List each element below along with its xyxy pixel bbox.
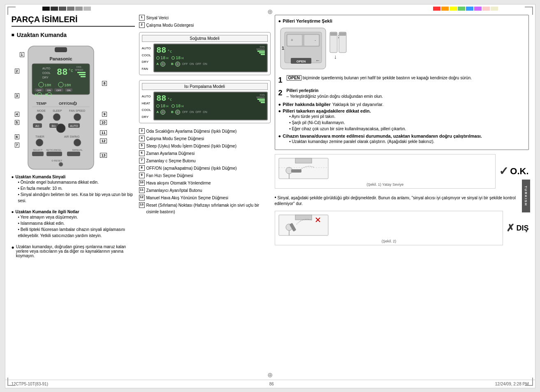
cooling-timer-2: 18 H bbox=[172, 56, 183, 60]
svg-text:FAN: FAN bbox=[76, 66, 81, 68]
auto-label: AUTO bbox=[142, 46, 151, 50]
swatch bbox=[83, 7, 91, 11]
fan-label: FAN bbox=[142, 67, 151, 71]
fig2-label: (Şekil. 2) bbox=[277, 239, 501, 243]
fan-bar-2 bbox=[259, 52, 265, 53]
cool-label-2: COOL bbox=[142, 108, 151, 112]
battery-diagram-container: + - OPEN ← 1 2 bbox=[278, 26, 525, 71]
heat-pump-mode-labels: AUTO HEAT COOL DRY bbox=[142, 92, 151, 120]
svg-text:Panasonic: Panasonic bbox=[49, 56, 72, 61]
battery-b3-title: Cihazın tavana/duvara monte edilmesi dur… bbox=[283, 134, 482, 138]
battery-bullet-1: Piller hakkında bilgiler Yaklaşık bir yı… bbox=[278, 102, 525, 107]
timer-circle-1 bbox=[156, 56, 160, 60]
cooling-timer-row: 18 H 18 H bbox=[156, 56, 264, 60]
part-item-7: 7 Zamanlay c Seçme Butonu bbox=[139, 158, 271, 164]
corner-mark-br bbox=[525, 378, 533, 386]
left-column: PARÇA İSİMLERİ Uzaktan Kumanda 1 2 3 4 5… bbox=[12, 15, 135, 374]
svg-rect-13 bbox=[81, 76, 86, 77]
bullet-icon-2: • bbox=[275, 195, 276, 201]
callout-12: 12 bbox=[100, 138, 107, 143]
part-label-12: Manuel Hava Akış Yönünün Seçme Düğmesi bbox=[146, 195, 228, 201]
on-4: ON bbox=[202, 111, 208, 113]
lcd-on-off-2: OFF ON OFF ON bbox=[182, 111, 208, 113]
heat-fan-bar-1 bbox=[257, 99, 265, 100]
signal-items: Önünde engel bulunmamasına dikkat edin. … bbox=[12, 179, 135, 204]
timer-h-1: H bbox=[166, 57, 168, 60]
part-num-10: 10 bbox=[139, 180, 145, 186]
step-2-sub: – Yerleştirdiğiniz yönün doğru olduğunda… bbox=[287, 94, 383, 99]
corner-mark-tl bbox=[7, 7, 16, 15]
heat-unit: °c bbox=[167, 97, 172, 101]
heat-bottom-btns: A ⊙ B ⊙ OFF ON OFF ON bbox=[156, 110, 264, 115]
part-label-10: Hava akışını Otomatik Yönlendirme bbox=[146, 180, 211, 187]
swatch bbox=[75, 7, 83, 11]
dry-label-2: DRY bbox=[142, 115, 151, 119]
open-box: OPEN bbox=[287, 75, 301, 81]
part-label-9: Fan Hızı Seçme Düğmesi bbox=[146, 173, 193, 179]
part-label-1: Sinyal Verici bbox=[146, 15, 169, 21]
part-num-11: 11 bbox=[139, 187, 145, 193]
callout-10: 10 bbox=[100, 120, 107, 125]
fan-speed-title-1: FANSPEED bbox=[256, 46, 264, 51]
dry-label: DRY bbox=[142, 60, 151, 64]
svg-text:AUTO: AUTO bbox=[42, 67, 51, 70]
svg-text:SET/CANCEL: SET/CANCEL bbox=[46, 149, 62, 151]
part-num-5: 5 bbox=[139, 143, 145, 149]
corner-mark-bl bbox=[7, 378, 16, 386]
swatch-cream bbox=[491, 7, 498, 11]
heat-pump-lcd-top: 88 °c FANSPEED bbox=[156, 94, 264, 103]
step-1-text: OPEN biçiminde işaretlenmiş bulunan yeri… bbox=[287, 75, 472, 81]
ok-text: ✓ O.K. bbox=[499, 164, 528, 178]
subsection-title: Uzaktan Kumanda bbox=[12, 32, 135, 38]
x-icon: ✗ bbox=[506, 222, 515, 234]
svg-text:°c: °c bbox=[68, 69, 73, 73]
swatch-orange bbox=[441, 7, 449, 11]
part-label-2: Çalışma Modu Göstergesi bbox=[146, 22, 194, 29]
heat-timer-num-1: 18 bbox=[160, 104, 165, 108]
cooling-temp: 88 bbox=[156, 46, 166, 55]
part-label-6: Zaman Ayarlama Düğmesi bbox=[146, 150, 195, 157]
cooling-lcd-left: 88 °c bbox=[156, 46, 172, 55]
footer-left: 12CTP5-10T(83-91) bbox=[12, 382, 48, 386]
dis-section: ✗ DIŞ bbox=[506, 222, 528, 234]
right-column: Pilleri Yerleştirme Şekli + bbox=[275, 15, 529, 374]
crosshair-top: ⊕ bbox=[267, 8, 273, 16]
heat-timer-2: 18 H bbox=[172, 104, 183, 108]
step-1-body: biçiminde işaretlenmiş bulunan yeri hafi… bbox=[303, 76, 472, 80]
callout-11: 11 bbox=[100, 130, 107, 135]
part-num-6: 6 bbox=[139, 150, 145, 156]
part-item-6: 6 Zaman Ayarlama Düğmesi bbox=[139, 150, 271, 157]
battery-bullet-2: Pilleri takarken aşağıdakilere dikkat ed… bbox=[278, 108, 525, 132]
timer-h-2: H bbox=[181, 57, 183, 60]
svg-rect-82 bbox=[295, 215, 312, 220]
signal-title: Uzaktan Kumanda Sinyali bbox=[12, 175, 135, 179]
fig2-row: (Şekil. 2) ✗ DIŞ bbox=[275, 211, 529, 245]
notes-item-2: Islanmasına dikkat edin. bbox=[18, 220, 135, 226]
fan-speed-title-2: FANSPEED bbox=[256, 94, 264, 99]
svg-point-38 bbox=[74, 113, 81, 121]
battery-b3-item-1: Uzaktan kumandayı zemine paralel olarak … bbox=[289, 138, 482, 145]
part-item-3: 3 Oda Sıcaklığını Ayarlama Düğmesi (Işık… bbox=[139, 128, 271, 135]
part-item-8: 8 OFF/ON (açma/kapatma) Düğmesi (Işıklı … bbox=[139, 165, 271, 172]
part-num-2: 2 bbox=[139, 22, 145, 28]
remote-diagram-container: 1 2 3 4 5 6 7 8 9 10 11 12 13 bbox=[12, 44, 110, 171]
svg-rect-54 bbox=[46, 152, 62, 156]
footer-right: 12/24/09, 2:28 PM bbox=[495, 382, 529, 386]
part-label-13: Reset (Sıfırlama) Noktası (Hafızayı sıfı… bbox=[146, 202, 271, 215]
off-1: OFF bbox=[182, 62, 188, 65]
svg-rect-1 bbox=[55, 47, 67, 52]
warning-text-container: ● Uzaktan kumandayı, doğrudan güneş ışın… bbox=[12, 244, 135, 258]
fan-bars-2 bbox=[256, 99, 264, 103]
fig1-label: (Şekil. 1) Yatay Seviye bbox=[277, 182, 494, 187]
svg-point-48 bbox=[36, 139, 43, 146]
mid-column: 1 Sinyal Verici 2 Çalışma Modu Gösterges… bbox=[139, 15, 271, 374]
battery-b1-text: Yaklaşık bir yıl dayanırlar. bbox=[332, 102, 384, 107]
svg-point-49 bbox=[74, 139, 81, 146]
callout-7: 7 bbox=[15, 143, 19, 148]
part-item-10: 10 Hava akışını Otomatik Yönlendirme bbox=[139, 180, 271, 187]
svg-text:OPEN: OPEN bbox=[296, 60, 306, 63]
part-item-12: 12 Manuel Hava Akış Yönünün Seçme Düğmes… bbox=[139, 195, 271, 201]
heat-timer-circle-1 bbox=[156, 104, 160, 108]
svg-rect-62 bbox=[304, 35, 319, 46]
part-item-2: 2 Çalışma Modu Göstergesi bbox=[139, 22, 271, 29]
